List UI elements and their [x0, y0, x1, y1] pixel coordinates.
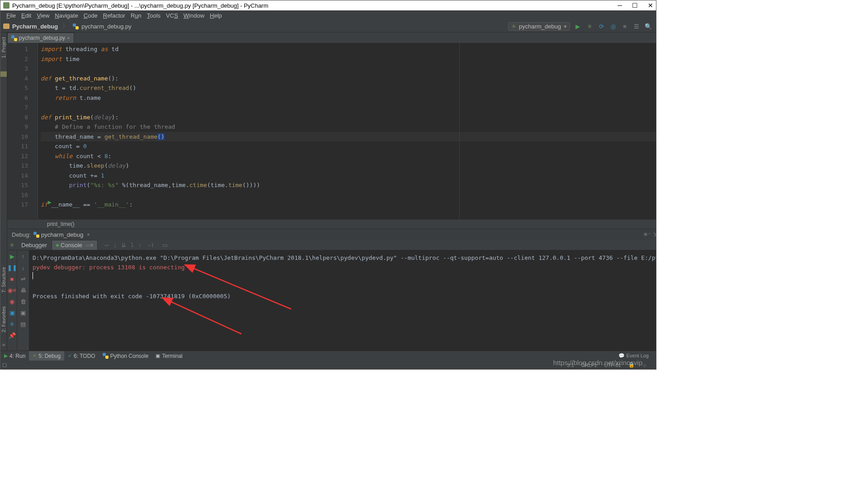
- pin-icon[interactable]: 📌: [9, 332, 16, 339]
- menu-window[interactable]: Window: [182, 12, 206, 19]
- scroll-icon[interactable]: ▣: [20, 310, 26, 316]
- breadcrumb-project[interactable]: Pycharm_debug: [12, 23, 58, 30]
- settings-icon[interactable]: ≡: [621, 22, 629, 30]
- debug-session[interactable]: pycharm_debug ×: [33, 231, 90, 238]
- sidebar-toggle-icon[interactable]: ▢: [2, 362, 7, 368]
- coverage-button[interactable]: ⟳: [597, 22, 605, 30]
- sidebar-project[interactable]: 1: Project: [1, 37, 6, 58]
- run-button[interactable]: ▶: [574, 22, 582, 30]
- rerun-icon[interactable]: ▶: [10, 253, 14, 260]
- debug-button[interactable]: ✳: [585, 22, 594, 30]
- menu-run[interactable]: Run: [129, 12, 143, 19]
- wrap-icon[interactable]: ⇌: [21, 276, 26, 282]
- debug-close-icon[interactable]: ×: [87, 232, 90, 237]
- profile-button[interactable]: ◎: [609, 22, 617, 30]
- event-log[interactable]: 💬 Event Log: [618, 353, 649, 359]
- menu-vcs[interactable]: VCS: [165, 12, 179, 19]
- run-toolwindow[interactable]: ▶4: Run: [0, 351, 29, 361]
- console-output[interactable]: D:\ProgramData\Anaconda3\python.exe "D:\…: [29, 250, 656, 351]
- mute-breakpoints-icon[interactable]: ◉: [9, 298, 14, 305]
- menu-file[interactable]: File: [5, 12, 17, 19]
- status-bar-bottom: ▢ 3:1 CRLF‡ UTF-8‡ 🔒 ☺ https://blog.csdn…: [0, 361, 656, 369]
- print-icon[interactable]: 🖶: [20, 287, 26, 294]
- debug-bug-icon[interactable]: ✳: [9, 242, 14, 249]
- filter-icon[interactable]: ▤: [20, 321, 26, 328]
- terminal-toolwindow[interactable]: ▣Terminal: [152, 351, 186, 361]
- settings-icon[interactable]: ✳: [9, 321, 14, 328]
- run-config-selector[interactable]: ✳ pycharm_debug ▾: [508, 22, 570, 31]
- menu-navigate[interactable]: Navigate: [53, 12, 79, 19]
- run-gutter-icon[interactable]: ▶: [48, 200, 52, 205]
- menu-view[interactable]: View: [35, 12, 51, 19]
- menu-refactor[interactable]: Refactor: [102, 12, 127, 19]
- update-icon[interactable]: ☰: [632, 22, 641, 30]
- svg-line-1: [185, 265, 291, 309]
- close-button[interactable]: ✕: [648, 2, 653, 9]
- python-file-icon: [11, 35, 17, 41]
- down-icon[interactable]: ↓: [22, 264, 25, 271]
- gear-icon[interactable]: ✳⁻: [643, 231, 651, 238]
- inspector-icon[interactable]: ☺: [642, 362, 647, 368]
- maximize-button[interactable]: ☐: [632, 2, 638, 9]
- nav-bar: Pycharm_debug 〉 pycharm_debug.py ✳ pycha…: [0, 20, 656, 33]
- console-line: Process finished with exit code -1073741…: [33, 293, 231, 300]
- force-step-icon[interactable]: ⤵: [131, 242, 134, 249]
- fold-gutter: ▶: [31, 43, 38, 219]
- line-gutter: 1234567891011121314151617: [7, 43, 31, 219]
- debug-label: Debug:: [12, 231, 31, 238]
- tab-label: pycharm_debug.py: [19, 35, 65, 41]
- editor-margin-line: [459, 43, 460, 219]
- watermark: https://blog.csdn.net/xrinosvip: [553, 359, 642, 366]
- tab-close-icon[interactable]: ×: [67, 35, 70, 41]
- python-file-icon: [103, 353, 108, 359]
- todo-toolwindow[interactable]: ✓6: TODO: [64, 351, 99, 361]
- up-icon[interactable]: ↑: [22, 253, 25, 260]
- sidebar-more-icon[interactable]: »: [2, 341, 5, 348]
- svg-line-2: [162, 298, 241, 334]
- menu-code[interactable]: Code: [82, 12, 99, 19]
- stop-icon[interactable]: ■: [10, 276, 14, 282]
- sidebar-structure[interactable]: 7: Structure: [1, 267, 6, 293]
- step-into-icon[interactable]: ↓: [113, 242, 117, 249]
- python-file-icon: [73, 23, 79, 29]
- python-console-toolwindow[interactable]: Python Console: [99, 351, 152, 361]
- step-out-icon[interactable]: ↑: [138, 242, 142, 249]
- debug-header: Debug: pycharm_debug × ✳⁻ ⇲: [7, 229, 656, 240]
- project-folder-icon: [3, 23, 9, 29]
- step-into-my-icon[interactable]: ⇊: [121, 242, 126, 249]
- window-title: Pycharm_debug [E:\python\Pycharm_debug] …: [12, 2, 269, 9]
- editor-tabs: pycharm_debug.py ×: [7, 33, 656, 43]
- title-bar: Pycharm_debug [E:\python\Pycharm_debug] …: [0, 0, 656, 10]
- step-over-icon[interactable]: ⤻: [104, 242, 109, 249]
- console-error-line: pydev debugger: process 13108 is connect…: [33, 264, 185, 271]
- left-sidebar: 1: Project 7: Structure 2: Favorites »: [0, 33, 7, 351]
- view-breakpoints-icon[interactable]: ▣: [9, 310, 15, 316]
- app-icon: [3, 2, 9, 9]
- debug-toolwindow[interactable]: ✳5: Debug: [29, 351, 64, 361]
- breakpoints-icon[interactable]: ◉≡: [8, 287, 16, 294]
- search-icon[interactable]: 🔍: [644, 22, 652, 30]
- resume-icon[interactable]: ❚❚: [7, 264, 17, 271]
- console-line: D:\ProgramData\Anaconda3\python.exe "D:\…: [33, 254, 656, 261]
- editor-tab[interactable]: pycharm_debug.py ×: [7, 33, 74, 43]
- debugger-tab[interactable]: Debugger: [17, 240, 52, 250]
- menu-tools[interactable]: Tools: [146, 12, 162, 19]
- run-config-name: pycharm_debug: [519, 23, 561, 30]
- hide-icon[interactable]: ⇲: [653, 231, 656, 238]
- evaluate-icon[interactable]: ▭: [162, 242, 168, 249]
- console-tab[interactable]: Console →≡: [52, 240, 98, 250]
- breadcrumb-sep: 〉: [62, 22, 68, 30]
- run-to-cursor-icon[interactable]: →I: [146, 242, 153, 249]
- breadcrumb-function[interactable]: print_time(): [47, 221, 75, 227]
- menu-edit[interactable]: Edit: [20, 12, 33, 19]
- clear-icon[interactable]: 🗑: [20, 298, 26, 305]
- minimize-button[interactable]: ─: [618, 2, 622, 9]
- python-file-icon: [33, 232, 39, 238]
- sidebar-icon[interactable]: [0, 71, 7, 77]
- menu-help[interactable]: Help: [208, 12, 223, 19]
- code-area[interactable]: import threading as td import time def g…: [38, 43, 656, 219]
- breadcrumb-file[interactable]: pycharm_debug.py: [81, 23, 132, 30]
- sidebar-favorites[interactable]: 2: Favorites: [1, 306, 6, 332]
- menu-bar: File Edit View Navigate Code Refactor Ru…: [0, 10, 656, 20]
- code-breadcrumb: print_time(): [7, 219, 656, 229]
